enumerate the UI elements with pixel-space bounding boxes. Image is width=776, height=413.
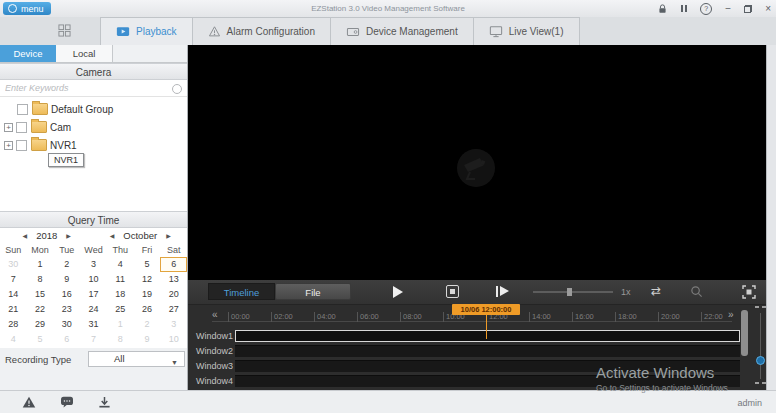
alarm-status-icon[interactable] bbox=[22, 396, 36, 408]
calendar-day[interactable]: 28 bbox=[0, 317, 27, 332]
checkbox[interactable] bbox=[16, 140, 27, 151]
play-button[interactable] bbox=[393, 286, 403, 298]
scroll-right-icon[interactable]: » bbox=[728, 309, 734, 320]
calendar-day[interactable]: 5 bbox=[134, 257, 161, 272]
checkbox[interactable] bbox=[16, 122, 27, 133]
stop-button[interactable] bbox=[446, 285, 459, 298]
calendar-day[interactable]: 20 bbox=[160, 287, 187, 302]
minimize-icon[interactable]: − bbox=[725, 0, 731, 17]
help-icon[interactable]: ? bbox=[700, 3, 712, 15]
menu-button[interactable]: menu bbox=[3, 2, 51, 15]
calendar-day[interactable]: 23 bbox=[53, 302, 80, 317]
checkbox[interactable] bbox=[17, 104, 28, 115]
calendar-day[interactable]: 1 bbox=[27, 257, 54, 272]
calendar-day[interactable]: 11 bbox=[107, 272, 134, 287]
calendar-day[interactable]: 25 bbox=[107, 302, 134, 317]
timeline-ruler[interactable]: « 00:0002:0004:0006:0008:0010:0012:0014:… bbox=[188, 304, 766, 328]
video-display-area[interactable] bbox=[188, 45, 766, 280]
step-forward-button[interactable] bbox=[496, 286, 512, 298]
calendar-day[interactable]: 29 bbox=[27, 317, 54, 332]
calendar-day[interactable]: 7 bbox=[80, 332, 107, 347]
calendar-day[interactable]: 9 bbox=[134, 332, 161, 347]
prev-year-icon[interactable]: ◀ bbox=[23, 232, 28, 239]
calendar-day-selected[interactable]: 6 bbox=[160, 257, 187, 272]
calendar-day[interactable]: 12 bbox=[134, 272, 161, 287]
calendar-day[interactable]: 9 bbox=[53, 272, 80, 287]
next-month-icon[interactable]: ▶ bbox=[166, 232, 171, 239]
close-icon[interactable]: × bbox=[765, 0, 771, 17]
sidebar-tab-local[interactable]: Local bbox=[56, 45, 113, 62]
prev-month-icon[interactable]: ◀ bbox=[110, 232, 115, 239]
calendar-day[interactable]: 27 bbox=[160, 302, 187, 317]
lock-icon[interactable] bbox=[657, 3, 668, 15]
window2-track[interactable] bbox=[235, 345, 740, 357]
status-bar: admin bbox=[0, 390, 776, 413]
window3-track[interactable] bbox=[235, 360, 740, 372]
zoom-in-marks[interactable] bbox=[755, 306, 766, 308]
calendar-day[interactable]: 10 bbox=[160, 332, 187, 347]
calendar-day[interactable]: 16 bbox=[53, 287, 80, 302]
calendar-day[interactable]: 30 bbox=[53, 317, 80, 332]
calendar-day[interactable]: 4 bbox=[107, 257, 134, 272]
calendar-day[interactable]: 14 bbox=[0, 287, 27, 302]
calendar-day[interactable]: 18 bbox=[107, 287, 134, 302]
next-year-icon[interactable]: ▶ bbox=[66, 232, 71, 239]
calendar-day[interactable]: 31 bbox=[80, 317, 107, 332]
window1-track[interactable] bbox=[235, 330, 740, 342]
search-input[interactable] bbox=[0, 80, 187, 95]
calendar-day[interactable]: 6 bbox=[53, 332, 80, 347]
calendar-day[interactable]: 22 bbox=[27, 302, 54, 317]
playhead-marker[interactable]: 10/06 12:00:00 bbox=[452, 304, 520, 315]
tab-live-view[interactable]: Live View(1) bbox=[473, 17, 580, 45]
layout-grid-icon[interactable] bbox=[58, 24, 71, 37]
calendar-day[interactable]: 8 bbox=[27, 272, 54, 287]
calendar-day[interactable]: 2 bbox=[134, 317, 161, 332]
calendar-day[interactable]: 3 bbox=[160, 317, 187, 332]
sidebar-tab-device[interactable]: Device bbox=[0, 45, 56, 62]
tab-playback[interactable]: Playback bbox=[100, 17, 192, 45]
calendar-day[interactable]: 3 bbox=[80, 257, 107, 272]
calendar-day[interactable]: 24 bbox=[80, 302, 107, 317]
recording-type-select[interactable]: All ▼ bbox=[88, 351, 185, 367]
file-mode-button[interactable]: File bbox=[275, 283, 351, 300]
sync-playback-icon[interactable]: ⇄ bbox=[651, 284, 661, 298]
tab-alarm-configuration[interactable]: Alarm Configuration bbox=[192, 17, 330, 45]
window4-track[interactable] bbox=[235, 375, 740, 387]
calendar-day[interactable]: 8 bbox=[107, 332, 134, 347]
download-icon[interactable] bbox=[98, 396, 111, 409]
calendar-day[interactable]: 1 bbox=[107, 317, 134, 332]
calendar: ◀ 2018 ▶ ◀ October ▶ SunMonTueWedThuFriS… bbox=[0, 228, 187, 348]
pause-icon[interactable] bbox=[681, 5, 687, 12]
message-icon[interactable] bbox=[60, 396, 74, 408]
expand-icon[interactable]: + bbox=[4, 141, 13, 150]
windows-scrollbar-thumb[interactable] bbox=[741, 310, 748, 356]
calendar-day[interactable]: 15 bbox=[27, 287, 54, 302]
restore-icon[interactable] bbox=[744, 5, 752, 13]
timeline-mode-button[interactable]: Timeline bbox=[208, 283, 275, 300]
calendar-day[interactable]: 2 bbox=[53, 257, 80, 272]
calendar-day[interactable]: 5 bbox=[27, 332, 54, 347]
zoom-out-marks[interactable] bbox=[755, 382, 766, 384]
expand-icon[interactable]: + bbox=[4, 123, 13, 132]
calendar-day[interactable]: 21 bbox=[0, 302, 27, 317]
timeline-zoom-slider-knob[interactable] bbox=[756, 356, 765, 365]
timeline-zoom-slider-track[interactable] bbox=[760, 313, 761, 379]
calendar-day[interactable]: 4 bbox=[0, 332, 27, 347]
tab-device-management[interactable]: Device Management bbox=[330, 17, 473, 45]
scroll-left-icon[interactable]: « bbox=[212, 309, 218, 320]
calendar-day[interactable]: 26 bbox=[134, 302, 161, 317]
calendar-day[interactable]: 19 bbox=[134, 287, 161, 302]
search-icon[interactable] bbox=[172, 84, 182, 94]
tree-item-nvr1[interactable]: + NVR1 bbox=[0, 137, 187, 153]
tree-item-default-group[interactable]: Default Group bbox=[0, 101, 187, 117]
timeline-zoom-icon[interactable] bbox=[690, 285, 703, 298]
speed-slider-thumb[interactable] bbox=[567, 288, 572, 296]
tree-item-cam[interactable]: + Cam bbox=[0, 119, 187, 135]
calendar-day[interactable]: 7 bbox=[0, 272, 27, 287]
calendar-day[interactable]: 17 bbox=[80, 287, 107, 302]
calendar-day[interactable]: 30 bbox=[0, 257, 27, 272]
calendar-day[interactable]: 10 bbox=[80, 272, 107, 287]
calendar-day[interactable]: 13 bbox=[160, 272, 187, 287]
fullscreen-icon[interactable] bbox=[742, 285, 756, 299]
speed-slider[interactable] bbox=[533, 291, 613, 293]
